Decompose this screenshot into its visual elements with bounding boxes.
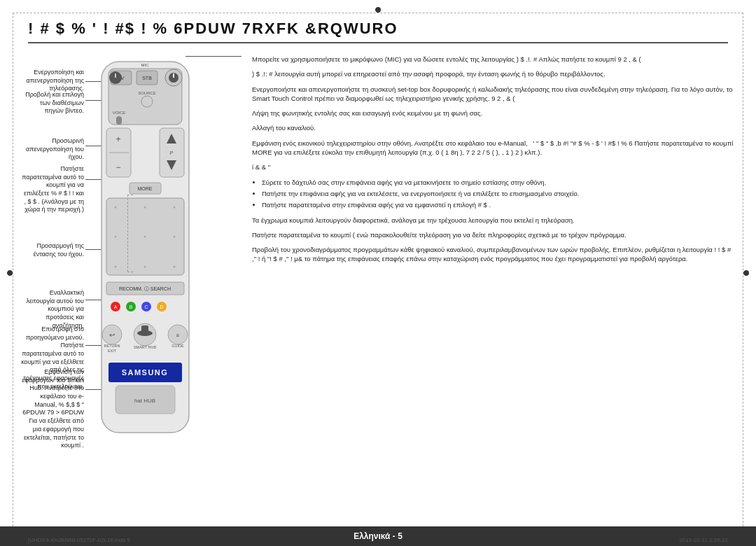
svg-point-34	[144, 266, 146, 268]
para-color-buttons: Τα έγχρωμα κουμπιά λειτουργούν διαφορετι…	[252, 216, 735, 225]
annotation-mute: Προσωρινή απενεργοποίηση του ήχου.	[21, 137, 84, 162]
para-voice: Λήψη της φωνητικής εντολής σας και εισαγ…	[252, 108, 735, 118]
nav-dot-right	[742, 269, 750, 277]
svg-point-31	[144, 236, 146, 238]
annotation-source: Προβολή και επιλογή των διαθέσιμων πηγών…	[21, 91, 84, 115]
svg-text:↩: ↩	[109, 331, 115, 339]
touchpad-bracket-left	[127, 195, 128, 272]
svg-text:hat HUB: hat HUB	[134, 398, 155, 404]
svg-text:B: B	[130, 304, 133, 309]
remote-control: TV MIC STB SOURCE VOICE	[91, 58, 200, 451]
svg-rect-15	[116, 116, 122, 125]
svg-text:MIC: MIC	[141, 63, 150, 67]
svg-text:≡: ≡	[176, 332, 180, 339]
svg-text:SMART HUB: SMART HUB	[134, 345, 157, 349]
left-column: Ενεργοποίηση και απενεργοποίηση της τηλε…	[21, 55, 238, 518]
svg-point-29	[174, 206, 176, 209]
footer-left: [UHDS9-XHJBN68-05272F-02L16.indb 5	[28, 537, 130, 543]
bullet-3: Πατήστε παρατεταμένα στην επιφάνεια αφής…	[262, 200, 735, 209]
nav-dot-left	[6, 269, 14, 277]
svg-point-35	[174, 266, 176, 268]
svg-text:A: A	[114, 304, 118, 309]
svg-point-32	[174, 236, 176, 238]
svg-text:EXIT: EXIT	[108, 349, 117, 353]
svg-text:SOURCE: SOURCE	[138, 91, 156, 95]
annotation-lang: Πατήστε παρατεταμένα αυτό το κουμπί για …	[21, 165, 84, 214]
svg-text:STB: STB	[142, 76, 152, 80]
para-stb: Ενεργοποιήστε και απενεργοποιήστε τη συσ…	[252, 85, 735, 104]
remote-svg: TV MIC STB SOURCE VOICE	[91, 58, 200, 450]
para-virtual-remote: Εμφάνιση ενός εικονικού τηλεχειριστηρίου…	[252, 139, 735, 158]
para-touchpad-title: ί & & "	[252, 162, 735, 172]
svg-text:RECOMM. ⓘ SEARCH: RECOMM. ⓘ SEARCH	[119, 286, 171, 291]
touchpad-bullets: Σύρετε το δάχτυλό σας στην επιφάνεια αφή…	[262, 178, 735, 210]
svg-point-13	[141, 96, 153, 107]
para-channel: Αλλαγή του καναλιού.	[252, 123, 735, 132]
main-content: Ενεργοποίηση και απενεργοποίηση της τηλε…	[21, 55, 735, 518]
svg-text:GUIDE: GUIDE	[172, 344, 184, 348]
page-title: ! # $ % ' ! #$ ! % 6PDUW 7RXFK &RQWURO	[28, 20, 728, 43]
right-column: Μπορείτε να χρησιμοποιήσετε το μικρόφωνο…	[238, 55, 735, 518]
svg-text:D: D	[160, 304, 163, 309]
footer-right: 2013-10-31 2:26:22	[679, 537, 728, 543]
annotation-smarthub: Εμφάνιση των εφαρμογών του Smart Hub. Αν…	[21, 368, 84, 450]
svg-text:P: P	[170, 150, 174, 155]
svg-text:C: C	[144, 304, 148, 309]
page-number: Ελληνικά - 5	[354, 531, 402, 541]
annotation-power: Ενεργοποίηση και απενεργοποίηση της τηλε…	[21, 69, 84, 93]
svg-point-28	[144, 206, 146, 209]
svg-text:VOICE: VOICE	[113, 111, 126, 115]
para-mic-note: ) $ .!: # λειτουργία αυτή μπορεί να επηρ…	[252, 69, 735, 78]
svg-point-27	[115, 206, 117, 209]
svg-text:MORE: MORE	[138, 186, 153, 191]
annotation-search: Εναλλακτική λειτουργία αυτού του κουμπιο…	[21, 289, 84, 330]
bullet-2: Πατήστε την επιφάνεια αφής για να εκτελέ…	[262, 189, 735, 198]
para-info: Πατήστε παρατεταμένα το κουμπί ( ενώ παρ…	[252, 230, 735, 239]
para-mic: Μπορείτε να χρησιμοποιήσετε το μικρόφωνο…	[252, 55, 735, 64]
svg-point-30	[115, 236, 117, 238]
bullet-1: Σύρετε το δάχτυλό σας στην επιφάνεια αφή…	[262, 178, 735, 187]
nav-dot-top	[374, 6, 382, 14]
annotation-volume: Προσαρμογή της έντασης του ήχου.	[21, 242, 84, 258]
mic-line	[186, 56, 241, 57]
svg-point-33	[115, 266, 117, 268]
svg-text:+: +	[115, 134, 120, 144]
para-guide: Προβολή του χρονοδιαγράμματος προγραμμάτ…	[252, 245, 735, 264]
touchpad-bracket-top	[127, 195, 133, 195]
svg-rect-52	[141, 326, 148, 333]
touchpad-bracket-bottom	[127, 272, 133, 272]
svg-text:SAMSUNG: SAMSUNG	[122, 368, 169, 377]
svg-text:RETURN: RETURN	[104, 344, 120, 348]
svg-text:−: −	[115, 162, 120, 172]
